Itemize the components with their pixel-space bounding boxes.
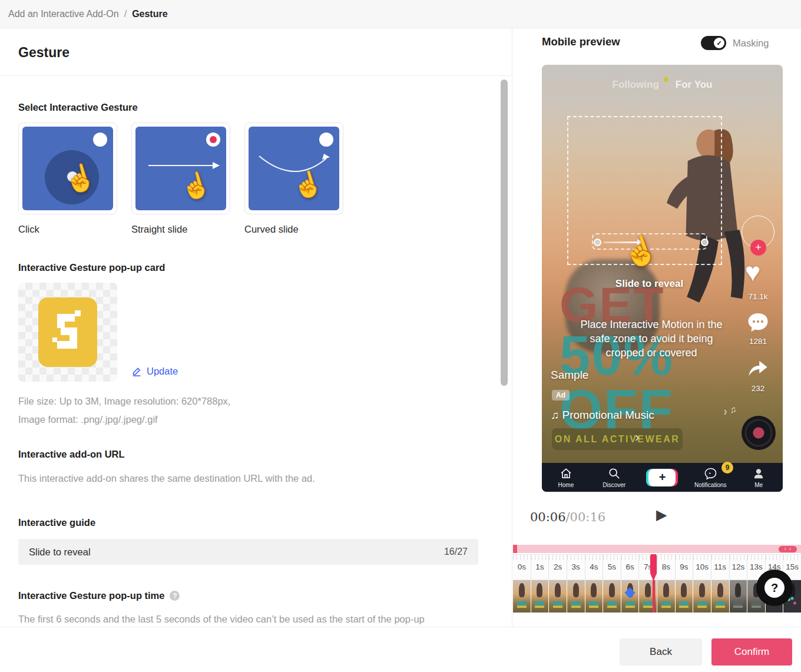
tab-following: Following <box>613 79 659 91</box>
help-button[interactable]: ? <box>756 570 793 606</box>
timeline-tick: 0s <box>513 555 531 580</box>
search-icon <box>608 467 621 480</box>
like-count: 71.1k <box>743 292 773 301</box>
filmstrip-thumb <box>585 580 603 613</box>
notification-badge: 9 <box>721 462 733 474</box>
range-left-handle[interactable] <box>513 545 517 553</box>
follow-plus-icon: + <box>750 240 766 256</box>
nav-home-label: Home <box>558 482 574 488</box>
gesture-option-click[interactable]: ☝ <box>18 123 117 214</box>
share-arrow-icon <box>747 358 769 378</box>
help-tooltip-icon[interactable]: ? <box>170 591 180 601</box>
sample-username: Sample <box>551 369 588 382</box>
toggle-check-icon: ✓ <box>714 38 724 48</box>
chevron-right-icon: › <box>789 546 791 552</box>
current-time: 00:06 <box>530 510 566 524</box>
gesture-option-curved-slide[interactable]: ☝ <box>244 123 343 214</box>
breadcrumb-parent-link[interactable]: Add an Interactive Add-On <box>8 9 119 19</box>
timeline-range-bar[interactable]: ‹› <box>513 545 801 553</box>
url-description: This interactive add-on shares the same … <box>18 473 499 484</box>
ad-banner[interactable]: ON ALL ACTIVEWEAR <box>552 428 683 450</box>
file-format-line: Image format: .png/.jpg/.jpeg/.gif <box>18 411 499 429</box>
music-notes-icon: ♪ ♫ <box>721 403 737 416</box>
radio-curved-slide[interactable] <box>319 133 333 147</box>
breadcrumb-current: Gesture <box>132 9 167 19</box>
popup-time-description: The first 6 seconds and the last 5 secon… <box>18 614 499 625</box>
like-heart-icon: ♥ <box>745 259 760 285</box>
file-size-line: File size: Up to 3M, Image resolution: 6… <box>18 392 499 411</box>
gesture-options: ☝ ☝ <box>18 123 499 214</box>
phone-navbar: Home Discover + 9 Notifica <box>542 463 783 492</box>
preview-heading: Mobile preview <box>542 35 620 48</box>
update-link[interactable]: Update <box>132 366 178 377</box>
guide-section-heading: Interactive guide <box>18 517 499 528</box>
popup-time-heading-row: Interactive Gesture pop-up time ? <box>18 590 499 601</box>
filmstrip-thumb <box>711 580 729 613</box>
gesture-label-straight: Straight slide <box>131 224 244 235</box>
back-button[interactable]: Back <box>620 638 702 666</box>
nav-create: + <box>638 469 687 486</box>
radio-straight-slide[interactable] <box>206 133 220 147</box>
gesture-option-straight-slide[interactable]: ☝ <box>131 123 230 214</box>
mobile-preview-screen: Following For You ☝ Slide to reveal GET … <box>542 65 783 492</box>
playback-time: 00:06/00:16 <box>530 510 605 524</box>
gesture-section-heading: Select Interactive Gesture <box>18 102 499 113</box>
guide-value: Slide to reveal <box>29 547 91 558</box>
nav-me-label: Me <box>754 482 763 488</box>
timeline-tick: 12s <box>729 555 747 580</box>
nav-me: Me <box>734 467 783 488</box>
confirm-button[interactable]: Confirm <box>711 638 792 666</box>
total-time: /00:16 <box>566 510 606 524</box>
timeline-tick: 3s <box>567 555 585 580</box>
page-title: Gesture <box>18 45 69 61</box>
timeline-tick: 10s <box>693 555 711 580</box>
safe-zone-note: Place Interactive Motion in the safe zon… <box>574 318 729 360</box>
timeline-tick: 6s <box>621 555 639 580</box>
scrollbar-thumb[interactable] <box>501 80 508 386</box>
chevron-right-icon: › <box>635 430 639 445</box>
popup-card-thumbnail[interactable] <box>18 283 117 382</box>
question-mark-icon: ? <box>764 578 785 598</box>
play-button[interactable]: ▶ <box>656 507 667 523</box>
timeline-ruler[interactable]: 0s1s2s3s4s5s6s7s8s9s10s11s12s13s14s15s <box>513 554 801 580</box>
comment-bubble-icon <box>747 312 769 333</box>
timeline-tick: 5s <box>603 555 621 580</box>
timeline-tick: 1s <box>531 555 549 580</box>
timeline-tick: 11s <box>711 555 729 580</box>
filmstrip-thumb <box>603 580 621 613</box>
nav-notifications-label: Notifications <box>694 482 726 488</box>
notifications-icon <box>704 467 717 480</box>
interactive-guide-input[interactable]: Slide to reveal 16/27 <box>18 539 478 565</box>
char-counter: 16/27 <box>444 547 468 557</box>
file-requirements: File size: Up to 3M, Image resolution: 6… <box>18 392 499 429</box>
nav-notifications: 9 Notifications <box>686 467 734 488</box>
engagement-rail: + ♥ 71.1k 1281 232 ♪ ♫ <box>743 65 773 492</box>
form-content: Select Interactive Gesture ☝ ☝ <box>0 76 499 627</box>
gesture-label-click: Click <box>18 224 131 235</box>
filmstrip-thumb <box>531 580 549 613</box>
filmstrip-thumb <box>657 580 675 613</box>
range-zoom-controls[interactable]: ‹› <box>779 546 797 552</box>
radio-click[interactable] <box>93 133 107 147</box>
url-section-heading: Interactive add-on URL <box>18 449 499 460</box>
update-label: Update <box>147 366 178 377</box>
timeline-tick: 2s <box>548 555 567 580</box>
ad-badge: Ad <box>552 390 570 400</box>
timeline-tick: 9s <box>675 555 693 580</box>
pencil-icon <box>132 366 142 376</box>
filmstrip-thumb <box>693 580 711 613</box>
masking-toggle[interactable]: ✓ <box>701 36 726 50</box>
timeline-tick: 8s <box>657 555 675 580</box>
filmstrip-thumb <box>549 580 567 613</box>
form-panel: Gesture Select Interactive Gesture ☝ <box>0 28 512 627</box>
plus-icon: + <box>648 469 676 486</box>
ad-banner-text: ON ALL ACTIVEWEAR <box>555 434 680 445</box>
filmstrip-thumb <box>676 580 693 613</box>
music-disc-icon <box>742 416 776 450</box>
nav-discover: Discover <box>590 467 638 488</box>
playhead-line <box>653 580 655 613</box>
preview-panel: Mobile preview ✓ Masking Following For Y… <box>513 28 801 627</box>
create-button: + <box>648 469 676 486</box>
filmstrip-thumb <box>567 580 585 613</box>
home-icon <box>560 467 572 480</box>
